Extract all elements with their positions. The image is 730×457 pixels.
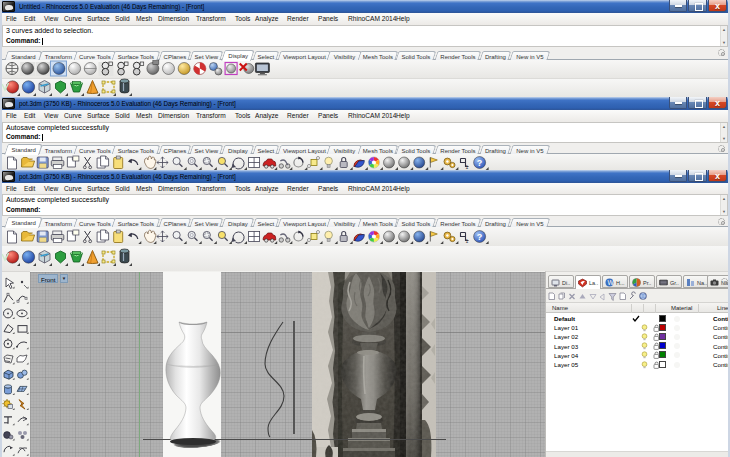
- svg-text:W: W: [608, 279, 615, 286]
- svg-text:1: 1: [466, 238, 469, 244]
- svg-text:?: ?: [477, 158, 483, 168]
- svg-text:1: 1: [466, 164, 469, 170]
- svg-text:?: ?: [477, 232, 483, 242]
